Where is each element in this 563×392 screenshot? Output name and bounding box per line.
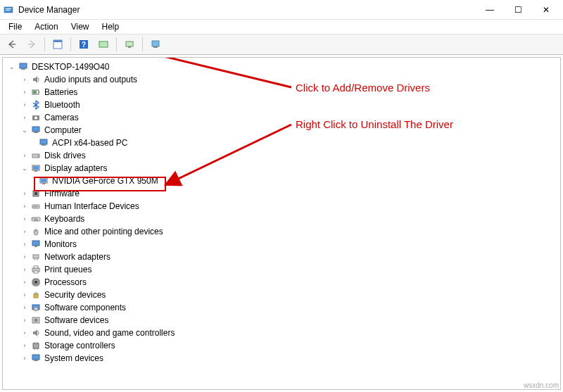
tree-item-system[interactable]: › System devices <box>6 352 560 365</box>
toolbar-divider-4 <box>142 37 143 51</box>
device-manager-button[interactable] <box>120 36 139 53</box>
chevron-right-icon: › <box>20 214 30 224</box>
tree-item-display[interactable]: ⌄ Display adapters <box>6 162 560 175</box>
menu-view[interactable]: View <box>65 21 95 32</box>
menu-help[interactable]: Help <box>96 21 125 32</box>
svg-rect-46 <box>34 246 37 247</box>
svg-rect-47 <box>33 255 39 258</box>
device-tree: ⌄ DESKTOP-1499O40 › Audio inputs and out… <box>3 58 560 367</box>
tree-item-batteries[interactable]: › Batteries <box>6 86 560 99</box>
help-button[interactable]: ? <box>75 36 93 53</box>
svg-rect-50 <box>34 271 38 273</box>
svg-rect-8 <box>100 42 107 46</box>
pc-icon <box>38 137 49 148</box>
tree-item-audio[interactable]: › Audio inputs and outputs <box>6 73 560 86</box>
svg-rect-10 <box>128 46 131 48</box>
tree-item-firmware[interactable]: › Firmware <box>6 187 560 200</box>
close-button[interactable]: ✕ <box>532 1 560 19</box>
svg-rect-17 <box>33 91 37 94</box>
tree-item-keyboards[interactable]: › Keyboards <box>6 213 560 225</box>
maximize-button[interactable]: ☐ <box>504 1 532 19</box>
printer-icon <box>30 264 42 275</box>
tree-label: Sound, video and game controllers <box>44 328 175 338</box>
svg-rect-59 <box>32 355 39 360</box>
tree-label: Monitors <box>44 239 77 249</box>
svg-rect-40 <box>34 218 34 219</box>
tree-label: Software devices <box>44 315 108 325</box>
svg-point-57 <box>34 319 38 322</box>
chevron-right-icon: › <box>20 75 30 84</box>
gpu-icon <box>38 175 49 186</box>
keyboard-icon <box>30 213 42 225</box>
tree-item-monitors[interactable]: › Monitors <box>6 238 560 251</box>
chevron-right-icon: › <box>20 303 30 312</box>
root-node[interactable]: ⌄ DESKTOP-1499O40 <box>6 61 560 73</box>
tree-label: Audio inputs and outputs <box>44 75 137 84</box>
scan-hardware-button[interactable] <box>94 36 113 53</box>
tree-label: Display adapters <box>44 163 107 173</box>
svg-rect-27 <box>33 166 39 170</box>
nav-forward-button[interactable] <box>23 36 41 53</box>
tree-item-hid[interactable]: › Human Interface Devices <box>6 200 560 213</box>
chevron-right-icon: › <box>20 341 30 350</box>
titlebar: Device Manager — ☐ ✕ <box>0 0 563 20</box>
tree-item-processors[interactable]: › Processors <box>6 276 560 289</box>
tree-label: Keyboards <box>44 214 84 224</box>
tree-label: Cameras <box>44 113 79 122</box>
menu-file[interactable]: File <box>3 21 27 32</box>
chevron-down-icon: ⌄ <box>20 125 30 135</box>
tree-item-sound[interactable]: › Sound, video and game controllers <box>6 327 560 339</box>
svg-rect-38 <box>32 217 40 221</box>
tree-label: System devices <box>44 353 103 363</box>
nav-back-button[interactable] <box>3 36 21 53</box>
tree-item-swdev[interactable]: › Software devices <box>6 314 560 327</box>
show-hidden-button[interactable] <box>146 36 165 53</box>
svg-rect-45 <box>32 241 39 246</box>
software-icon <box>30 302 42 313</box>
disk-icon <box>30 150 42 161</box>
menu-action[interactable]: Action <box>29 21 63 32</box>
svg-rect-23 <box>42 144 46 146</box>
tree-item-computer[interactable]: ⌄ Computer <box>6 124 560 137</box>
svg-rect-13 <box>20 63 27 68</box>
tree-label: Software components <box>44 303 126 312</box>
tree-item-nvidia[interactable]: NVIDIA GeForce GTX 950M <box>6 175 560 187</box>
toolbar-divider-1 <box>44 37 45 51</box>
tree-item-cameras[interactable]: › Cameras <box>6 111 560 124</box>
svg-rect-1 <box>6 8 11 9</box>
svg-rect-28 <box>34 170 37 172</box>
storage-icon <box>30 340 42 351</box>
svg-rect-12 <box>153 46 158 48</box>
chevron-right-icon: › <box>20 328 30 338</box>
svg-rect-20 <box>32 127 39 132</box>
tree-item-disk[interactable]: › Disk drives <box>6 149 560 162</box>
minimize-button[interactable]: — <box>476 1 504 19</box>
watermark: wsxdn.com <box>524 381 559 389</box>
tree-item-acpi[interactable]: ACPI x64-based PC <box>6 137 560 149</box>
bluetooth-icon <box>30 99 42 110</box>
properties-button[interactable] <box>49 36 67 53</box>
camera-icon <box>30 112 42 123</box>
chevron-down-icon: ⌄ <box>20 163 30 173</box>
tree-label: Batteries <box>44 87 77 97</box>
tree-item-network[interactable]: › Network adapters <box>6 251 560 263</box>
system-icon <box>30 353 42 364</box>
chevron-right-icon: › <box>20 277 30 287</box>
svg-point-55 <box>34 307 38 311</box>
content-panel: ⌄ DESKTOP-1499O40 › Audio inputs and out… <box>2 57 561 390</box>
display-icon <box>30 163 42 174</box>
tree-label: Storage controllers <box>44 341 115 350</box>
svg-rect-30 <box>41 179 46 182</box>
app-icon <box>3 4 14 15</box>
tree-item-mice[interactable]: › Mice and other pointing devices <box>6 225 560 238</box>
processor-icon <box>30 277 42 288</box>
tree-item-bluetooth[interactable]: › Bluetooth <box>6 99 560 111</box>
tree-item-swcomp[interactable]: › Software components <box>6 301 560 314</box>
tree-item-storage[interactable]: › Storage controllers <box>6 339 560 352</box>
window-title: Device Manager <box>18 5 80 15</box>
svg-rect-4 <box>53 40 62 42</box>
svg-point-36 <box>34 206 35 207</box>
tree-item-printqueues[interactable]: › Print queues <box>6 263 560 276</box>
annotation-addremove: Click to Add/Remove Drivers <box>296 82 430 94</box>
tree-item-security[interactable]: › Security devices <box>6 289 560 301</box>
